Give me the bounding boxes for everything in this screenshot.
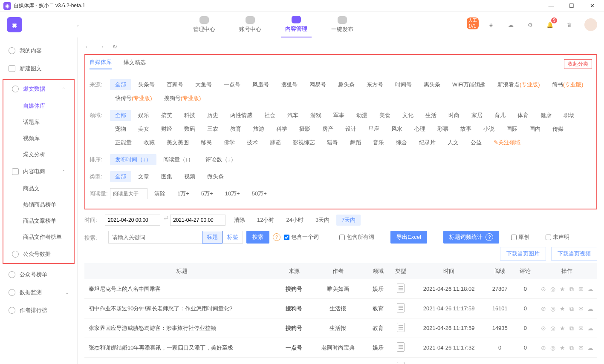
filter-chip[interactable]: 游戏 <box>305 110 327 121</box>
window-minimize-button[interactable]: — <box>546 3 556 9</box>
filter-chip[interactable]: 视频 <box>179 171 200 182</box>
filter-chip[interactable]: 技术 <box>242 137 263 148</box>
sidebar-data-monitor[interactable]: 数据监测⌄ <box>0 284 77 301</box>
sidebar-hot-data[interactable]: 爆文数据⌃ <box>3 80 74 98</box>
nav-forward-icon[interactable]: → <box>98 43 104 50</box>
filter-chip[interactable]: 科学 <box>271 123 292 135</box>
filter-chip[interactable]: 宠物 <box>110 123 131 135</box>
op-copy-icon[interactable]: ⧉ <box>568 305 575 312</box>
filter-chip[interactable]: 影视综艺 <box>288 137 320 148</box>
filter-chip[interactable]: 美文美图 <box>162 137 194 148</box>
search-mode-title-button[interactable]: 标题 <box>202 231 223 244</box>
op-cloud-icon[interactable]: ☁ <box>587 305 594 312</box>
window-maximize-button[interactable]: ☐ <box>566 3 577 9</box>
filter-chip[interactable]: 人文 <box>442 137 464 148</box>
checkbox-all-words[interactable]: 包含所有词 <box>339 233 374 241</box>
filter-chip[interactable]: 3天内 <box>310 215 335 226</box>
filter-chip[interactable]: 设计 <box>340 123 361 135</box>
op-copy-icon[interactable]: ⧉ <box>568 344 575 351</box>
op-cloud-icon[interactable]: ☁ <box>587 344 594 351</box>
diamond-icon[interactable]: ◈ <box>486 20 496 29</box>
filter-chip[interactable]: 一点号 <box>219 79 246 90</box>
filter-chip[interactable]: 搞笑 <box>156 110 177 121</box>
filter-chip[interactable]: 全部 <box>110 171 131 182</box>
table-row[interactable]: 泰坦尼克号上的八名中国乘客搜狗号唯美如画娱乐2021-04-26 11:18:0… <box>84 279 597 299</box>
user-dropdown[interactable]: ⌄ <box>31 22 79 28</box>
filter-chip[interactable]: 健康 <box>535 110 557 121</box>
op-link-icon[interactable]: ⊘ <box>540 305 547 312</box>
nav-refresh-icon[interactable]: ↻ <box>113 43 117 50</box>
filter-chip[interactable]: 图集 <box>156 171 177 182</box>
filter-chip[interactable]: 发布时间（↓） <box>110 154 156 165</box>
sidebar-new-article[interactable]: 新建图文 <box>0 60 77 77</box>
filter-chip[interactable]: 公益 <box>465 137 487 148</box>
filter-chip[interactable]: 全部 <box>110 79 131 90</box>
op-star-icon[interactable]: ★ <box>559 325 566 332</box>
sidebar-sub-item[interactable]: 商品文章榜单 <box>3 213 74 229</box>
op-target-icon[interactable]: ◎ <box>549 305 556 312</box>
filter-chip[interactable]: 彩票 <box>432 123 454 135</box>
filter-chip[interactable]: 舞蹈 <box>345 137 366 148</box>
op-cloud-icon[interactable]: ☁ <box>587 286 594 292</box>
filter-chip[interactable]: 快传号(专业版) <box>110 93 157 104</box>
filter-chip[interactable]: 全部 <box>110 110 131 121</box>
op-target-icon[interactable]: ◎ <box>549 325 556 332</box>
filter-chip[interactable]: 旅游 <box>248 123 269 135</box>
cloud-icon[interactable]: ☁ <box>506 20 515 29</box>
nav-back-icon[interactable]: ← <box>84 43 90 50</box>
download-images-button[interactable]: 下载当页图片 <box>500 247 546 261</box>
filter-chip[interactable]: 娱乐 <box>133 110 154 121</box>
sidebar-my-content[interactable]: 我的内容 <box>0 42 77 60</box>
table-row[interactable]: 张杰和谢娜结婚10年再添喜讯，一家四口又添丁，美好至极一点号老阿时尚宝典娱乐20… <box>84 338 597 358</box>
filter-chip[interactable]: 惠头条 <box>419 79 445 90</box>
op-star-icon[interactable]: ★ <box>559 344 566 351</box>
op-mail-icon[interactable]: ✉ <box>578 305 584 312</box>
filter-chip[interactable]: 1万+ <box>172 188 194 199</box>
filter-chip[interactable]: 音乐 <box>368 137 389 148</box>
filter-chip[interactable]: 育儿 <box>489 110 511 121</box>
download-videos-button[interactable]: 下载当页视频 <box>551 247 597 261</box>
time-to-input[interactable] <box>170 215 225 226</box>
filter-chip[interactable]: 文章 <box>133 171 154 182</box>
filter-chip[interactable]: 阅读量（↓） <box>158 154 199 165</box>
op-star-icon[interactable]: ★ <box>559 305 566 312</box>
filter-chip[interactable]: 时尚 <box>443 110 465 121</box>
filter-chip[interactable]: 大鱼号 <box>190 79 217 90</box>
filter-chip[interactable]: 故事 <box>455 123 477 135</box>
op-copy-icon[interactable]: ⧉ <box>568 325 575 332</box>
filter-chip[interactable]: 生活 <box>420 110 442 121</box>
top-nav-2[interactable]: 内容管理 <box>281 12 312 37</box>
tab-hot-featured[interactable]: 爆文精选 <box>124 59 146 69</box>
tab-media-library[interactable]: 自媒体库 <box>90 58 112 69</box>
filter-chip[interactable]: 时间号 <box>390 79 417 90</box>
follow-field-chip[interactable]: ✎关注领域 <box>488 137 526 148</box>
filter-chip[interactable]: 国际 <box>501 123 523 135</box>
filter-chip[interactable]: 数码 <box>179 123 200 135</box>
op-link-icon[interactable]: ⊘ <box>540 344 547 351</box>
help-icon[interactable]: ? <box>273 233 280 241</box>
filter-chip[interactable]: 50万+ <box>247 188 272 199</box>
sidebar-wechat-data[interactable]: 公众号数据 <box>3 245 74 263</box>
sidebar-ecommerce[interactable]: 内容电商⌃ <box>3 163 74 181</box>
op-cloud-icon[interactable]: ☁ <box>587 325 594 332</box>
filter-chip[interactable]: 网易号 <box>304 79 331 90</box>
settings-icon[interactable]: ⚙ <box>526 20 535 29</box>
filter-chip[interactable]: 清除 <box>229 215 250 226</box>
bell-icon[interactable]: 🔔9 <box>545 20 555 29</box>
filter-chip[interactable]: 5万+ <box>196 188 218 199</box>
filter-chip[interactable]: 评论数（↓） <box>200 154 241 165</box>
filter-chip[interactable]: 7天内 <box>336 215 361 226</box>
checkbox-any-word[interactable]: 包含一个词 <box>284 233 319 241</box>
filter-chip[interactable]: 搜狐号 <box>276 79 303 90</box>
op-target-icon[interactable]: ◎ <box>549 286 556 292</box>
filter-chip[interactable]: 美女 <box>133 123 154 135</box>
filter-chip[interactable]: 两性情感 <box>225 110 257 121</box>
filter-chip[interactable]: 移民 <box>196 137 217 148</box>
filter-chip[interactable]: 正能量 <box>110 137 137 148</box>
top-nav-1[interactable]: 账号中心 <box>235 12 266 37</box>
checkbox-original[interactable]: 原创 <box>511 233 529 241</box>
op-mail-icon[interactable]: ✉ <box>578 344 584 351</box>
table-row[interactable]: 初中作业不超过90分钟!家长老师愁了：作业怎用时间量化?搜狗号生活报教育2021… <box>84 299 597 318</box>
sidebar-author-rank[interactable]: 作者排行榜 <box>0 301 77 319</box>
filter-chip[interactable]: 搜狗号(专业版) <box>159 93 206 104</box>
